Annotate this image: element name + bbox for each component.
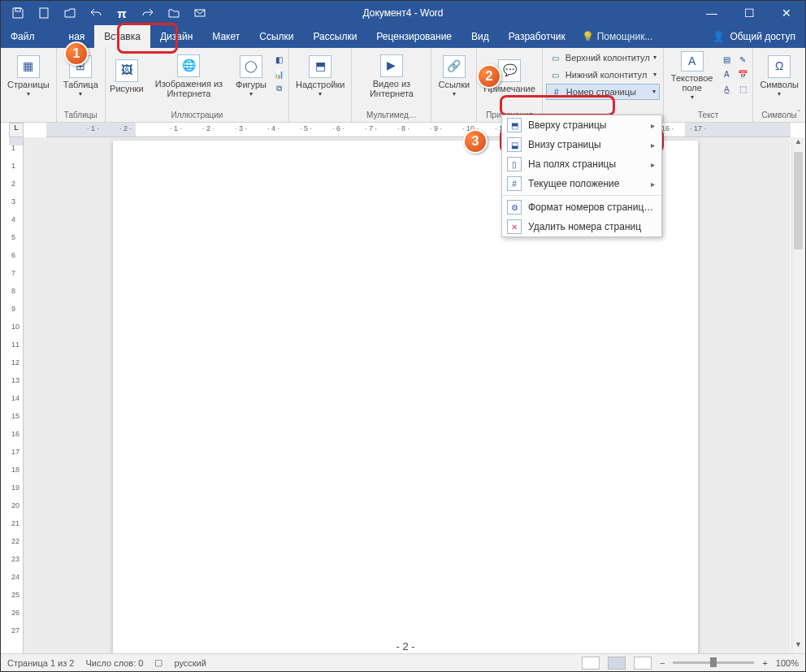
qat-mail-icon[interactable]	[189, 2, 210, 24]
chevron-right-icon: ▸	[651, 121, 655, 130]
remove-icon: ✕	[507, 219, 522, 234]
status-page[interactable]: Страница 1 из 2	[7, 658, 74, 668]
footer-button[interactable]: ▭Нижний колонтитул▾	[546, 67, 660, 83]
share-button[interactable]: 👤Общий доступ	[703, 25, 805, 48]
person-icon: 👤	[713, 31, 725, 42]
tab-layout[interactable]: Макет	[202, 25, 249, 48]
addins-icon: ⬒	[309, 55, 332, 78]
shapes-button[interactable]: ◯Фигуры▾	[233, 50, 269, 103]
chevron-right-icon: ▸	[651, 141, 655, 150]
dd-bottom-of-page[interactable]: ⬓Внизу страницы▸	[502, 135, 661, 154]
online-video-button[interactable]: ▶Видео из Интернета	[355, 50, 427, 103]
group-pages: ▦Страницы▾ Страницы	[1, 48, 57, 122]
datetime-icon[interactable]: 📅	[736, 67, 749, 80]
tab-mailings[interactable]: Рассылки	[304, 25, 367, 48]
title-bar: π Документ4 - Word — ☐ ✕	[1, 1, 805, 25]
ruler-horizontal[interactable]: · 1 ·· 2 ·· 1 ·· 2 ·· 3 ·· 4 ·· 5 ·· 6 ·…	[46, 123, 791, 137]
dd-remove-page-numbers[interactable]: ✕Удалить номера страниц	[502, 217, 661, 236]
group-header-footer: ▭Верхний колонтитул▾ ▭Нижний колонтитул▾…	[543, 48, 664, 122]
vertical-scrollbar[interactable]: ▲ ▼	[791, 137, 804, 653]
ruler-vertical[interactable]: 1123456789101112131415161718192021222324…	[9, 137, 24, 653]
symbols-button[interactable]: ΩСимволы▾	[756, 50, 802, 103]
textbox-button[interactable]: AТекстовое поле▾	[667, 50, 717, 103]
tab-view[interactable]: Вид	[462, 25, 499, 48]
group-illustrations: 🖼Рисунки 🌐Изображения из Интернета ◯Фигу…	[106, 48, 289, 122]
view-read-mode[interactable]	[582, 657, 600, 670]
online-picture-icon: 🌐	[177, 54, 200, 77]
tab-design[interactable]: Дизайн	[150, 25, 202, 48]
shapes-icon: ◯	[240, 55, 262, 78]
object-icon[interactable]: ⬚	[736, 82, 749, 95]
zoom-slider[interactable]	[673, 661, 754, 664]
zoom-slider-knob[interactable]	[710, 657, 717, 667]
zoom-level[interactable]: 100%	[776, 658, 799, 668]
minimize-button[interactable]: —	[693, 1, 730, 25]
video-icon: ▶	[380, 54, 403, 77]
dropdown-separator	[502, 195, 661, 196]
ruler-corner[interactable]: L	[9, 123, 24, 137]
tab-file[interactable]: Файл	[1, 25, 45, 48]
qat-pi-icon[interactable]: π	[111, 2, 132, 24]
pagenum-bottom-icon: ⬓	[507, 137, 522, 152]
screenshot-icon[interactable]: ⧉	[272, 82, 285, 95]
links-button[interactable]: 🔗Ссылки▾	[435, 50, 473, 103]
tab-references[interactable]: Ссылки	[249, 25, 303, 48]
svg-rect-0	[15, 8, 20, 11]
smartart-icon[interactable]: ◧	[272, 53, 285, 66]
qat-folder-icon[interactable]	[163, 2, 184, 24]
quick-access-toolbar: π	[1, 1, 217, 25]
ribbon: ▦Страницы▾ Страницы ⊞Таблица▾ Таблицы 🖼Р…	[1, 48, 805, 123]
qat-open-icon[interactable]	[59, 2, 80, 24]
qat-new-icon[interactable]	[33, 2, 54, 24]
wordart-icon[interactable]: A	[720, 67, 733, 80]
tab-insert[interactable]: Вставка	[94, 25, 150, 48]
pagenum-current-icon: #	[507, 176, 522, 191]
window-title: Документ4 - Word	[362, 7, 443, 19]
scroll-up-icon[interactable]: ▲	[792, 137, 804, 150]
status-wordcount[interactable]: Число слов: 0	[85, 658, 143, 668]
online-pictures-button[interactable]: 🌐Изображения из Интернета	[148, 50, 230, 103]
tab-review[interactable]: Рецензирование	[366, 25, 462, 48]
badge-3: 3	[463, 129, 488, 154]
view-web-layout[interactable]	[634, 657, 652, 670]
dd-format-page-numbers[interactable]: ⚙Формат номеров страниц…	[502, 197, 661, 217]
qat-redo-icon[interactable]	[137, 2, 158, 24]
view-print-layout[interactable]	[608, 657, 626, 670]
zoom-out-button[interactable]: −	[660, 658, 665, 668]
maximize-button[interactable]: ☐	[730, 1, 768, 25]
group-media: ▶Видео из Интернета Мультимед…	[352, 48, 431, 122]
footer-icon: ▭	[549, 68, 562, 81]
page-number-button[interactable]: #Номер страницы▾	[546, 84, 660, 100]
chart-icon[interactable]: 📊	[272, 67, 285, 80]
quickparts-icon[interactable]: ▤	[720, 53, 733, 66]
dd-page-margins[interactable]: ▯На полях страницы▸	[502, 154, 661, 174]
dd-current-position[interactable]: #Текущее положение▸	[502, 174, 661, 193]
scroll-down-icon[interactable]: ▼	[792, 640, 804, 653]
page-number-text: - 2 -	[113, 640, 698, 652]
scrollbar-thumb[interactable]	[794, 152, 803, 249]
group-text: AТекстовое поле▾ ▤ A A̲ ✎ 📅 ⬚ Текст	[664, 48, 754, 122]
group-links: 🔗Ссылки▾	[431, 48, 477, 122]
proofing-icon[interactable]: ▢	[154, 657, 162, 668]
pages-button[interactable]: ▦Страницы▾	[4, 50, 53, 103]
header-button[interactable]: ▭Верхний колонтитул▾	[546, 50, 660, 66]
group-addins: ⬒Надстройки▾	[289, 48, 352, 122]
tell-me-search[interactable]: 💡Помощник...	[582, 25, 653, 48]
page-icon: ▦	[17, 55, 40, 78]
signature-icon[interactable]: ✎	[736, 53, 749, 66]
collapse-ribbon-icon[interactable]: ˇ	[798, 110, 800, 119]
badge-1: 1	[64, 41, 89, 66]
qat-undo-icon[interactable]	[85, 2, 106, 24]
zoom-in-button[interactable]: +	[762, 658, 767, 668]
dropcap-icon[interactable]: A̲	[720, 82, 733, 95]
addins-button[interactable]: ⬒Надстройки▾	[292, 50, 348, 103]
close-button[interactable]: ✕	[768, 1, 805, 25]
tab-developer[interactable]: Разработчик	[499, 25, 575, 48]
status-language[interactable]: русский	[174, 658, 206, 668]
pictures-button[interactable]: 🖼Рисунки	[109, 50, 145, 103]
bulb-icon: 💡	[582, 31, 594, 42]
qat-save-icon[interactable]	[7, 2, 28, 24]
dd-top-of-page[interactable]: ⬒Вверху страницы▸	[502, 115, 661, 135]
comment-icon: 💬	[498, 59, 521, 82]
page-number-dropdown: ⬒Вверху страницы▸ ⬓Внизу страницы▸ ▯На п…	[501, 115, 662, 237]
